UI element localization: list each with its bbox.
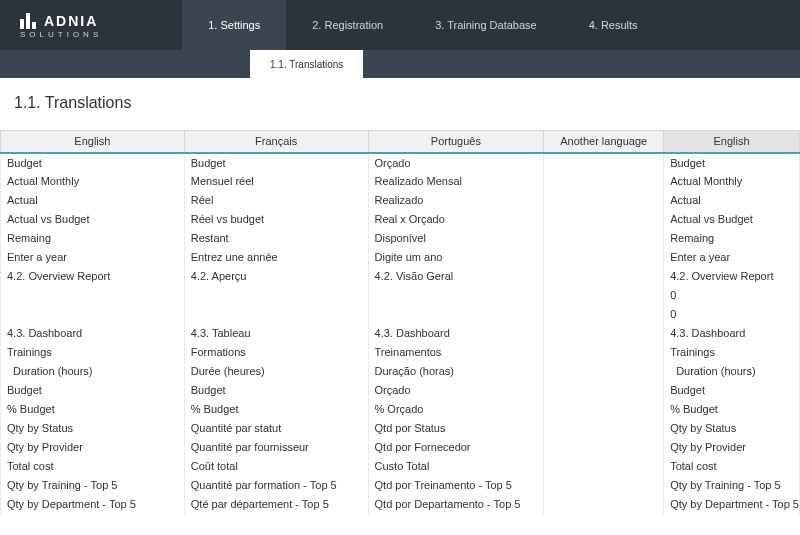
table-cell[interactable]: 4.2. Aperçu [184,267,368,286]
table-cell[interactable] [544,495,664,514]
table-cell[interactable]: Orçado [368,381,544,400]
table-cell[interactable] [544,267,664,286]
table-cell[interactable]: % Orçado [368,400,544,419]
table-cell[interactable]: 0 [664,286,800,305]
table-cell[interactable]: Quantité par statut [184,419,368,438]
table-cell[interactable] [1,286,185,305]
table-cell[interactable] [544,286,664,305]
table-cell[interactable]: Qty by Department - Top 5 [664,495,800,514]
table-cell[interactable]: Realizado [368,191,544,210]
table-cell[interactable]: Custo Total [368,457,544,476]
nav-training-database[interactable]: 3. Training Database [409,0,563,50]
table-cell[interactable]: 4.3. Tableau [184,324,368,343]
nav-registration[interactable]: 2. Registration [286,0,409,50]
table-cell[interactable]: Budget [184,153,368,172]
table-cell[interactable]: Budget [1,381,185,400]
nav-settings[interactable]: 1. Settings [182,0,286,50]
table-cell[interactable] [544,381,664,400]
table-cell[interactable]: Qty by Training - Top 5 [1,476,185,495]
table-cell[interactable] [368,286,544,305]
table-cell[interactable]: Enter a year [1,248,185,267]
table-cell[interactable]: Quantité par formation - Top 5 [184,476,368,495]
table-cell[interactable]: Actual vs Budget [1,210,185,229]
table-cell[interactable]: Qté par département - Top 5 [184,495,368,514]
table-cell[interactable] [544,229,664,248]
table-cell[interactable]: Remaing [1,229,185,248]
table-cell[interactable]: Actual [1,191,185,210]
table-cell[interactable]: 4.2. Overview Report [1,267,185,286]
table-cell[interactable]: Trainings [664,343,800,362]
col-another-language[interactable]: Another language [544,131,664,153]
table-cell[interactable]: % Budget [184,400,368,419]
table-cell[interactable]: Quantité par fournisseur [184,438,368,457]
table-cell[interactable]: Réel vs budget [184,210,368,229]
table-cell[interactable]: Trainings [1,343,185,362]
table-cell[interactable] [544,419,664,438]
table-cell[interactable] [1,305,185,324]
table-cell[interactable]: 0 [664,305,800,324]
table-cell[interactable]: Actual Monthly [1,172,185,191]
table-cell[interactable]: Qtd por Fornecedor [368,438,544,457]
table-cell[interactable]: Budget [1,153,185,172]
table-cell[interactable]: Qty by Status [1,419,185,438]
table-cell[interactable]: Budget [664,381,800,400]
table-cell[interactable]: Qtd por Status [368,419,544,438]
table-cell[interactable]: Actual vs Budget [664,210,800,229]
table-cell[interactable]: Realizado Mensal [368,172,544,191]
table-cell[interactable]: Remaing [664,229,800,248]
table-cell[interactable]: Coût total [184,457,368,476]
table-cell[interactable]: Total cost [1,457,185,476]
table-cell[interactable]: Qty by Provider [1,438,185,457]
table-cell[interactable]: Entrez une année [184,248,368,267]
nav-results[interactable]: 4. Results [563,0,664,50]
table-cell[interactable] [544,476,664,495]
table-cell[interactable] [544,324,664,343]
table-cell[interactable]: Total cost [664,457,800,476]
table-cell[interactable]: Qtd por Treinamento - Top 5 [368,476,544,495]
table-cell[interactable]: Qty by Department - Top 5 [1,495,185,514]
table-cell[interactable]: Durée (heures) [184,362,368,381]
table-cell[interactable]: Orçado [368,153,544,172]
table-cell[interactable]: Disponível [368,229,544,248]
col-portugues[interactable]: Português [368,131,544,153]
table-cell[interactable] [544,305,664,324]
table-cell[interactable] [544,191,664,210]
table-cell[interactable]: Actual Monthly [664,172,800,191]
table-cell[interactable]: Mensuel réel [184,172,368,191]
table-cell[interactable]: Duration (hours) [664,362,800,381]
table-cell[interactable]: Actual [664,191,800,210]
table-cell[interactable]: Real x Orçado [368,210,544,229]
table-cell[interactable]: Formations [184,343,368,362]
table-cell[interactable]: 4.3. Dashboard [368,324,544,343]
table-cell[interactable] [544,172,664,191]
table-cell[interactable]: 4.3. Dashboard [1,324,185,343]
table-cell[interactable]: 4.2. Overview Report [664,267,800,286]
subtab-translations[interactable]: 1.1. Translations [250,50,363,78]
table-cell[interactable]: Qty by Training - Top 5 [664,476,800,495]
table-cell[interactable] [544,343,664,362]
table-cell[interactable] [184,305,368,324]
table-cell[interactable]: Budget [664,153,800,172]
table-cell[interactable]: % Budget [1,400,185,419]
table-cell[interactable] [544,248,664,267]
table-cell[interactable] [544,210,664,229]
table-cell[interactable]: Restant [184,229,368,248]
table-cell[interactable]: Qty by Provider [664,438,800,457]
table-cell[interactable] [544,153,664,172]
table-cell[interactable]: % Budget [664,400,800,419]
col-english[interactable]: English [1,131,185,153]
col-english-2[interactable]: English [664,131,800,153]
table-cell[interactable]: Réel [184,191,368,210]
table-cell[interactable] [544,438,664,457]
table-cell[interactable] [368,305,544,324]
table-cell[interactable] [544,457,664,476]
table-cell[interactable]: Enter a year [664,248,800,267]
table-cell[interactable] [184,286,368,305]
table-cell[interactable]: Treinamentos [368,343,544,362]
col-francais[interactable]: Français [184,131,368,153]
table-cell[interactable]: Qty by Status [664,419,800,438]
table-cell[interactable] [544,400,664,419]
table-cell[interactable]: Digite um ano [368,248,544,267]
table-cell[interactable] [544,362,664,381]
table-cell[interactable]: Duração (horas) [368,362,544,381]
